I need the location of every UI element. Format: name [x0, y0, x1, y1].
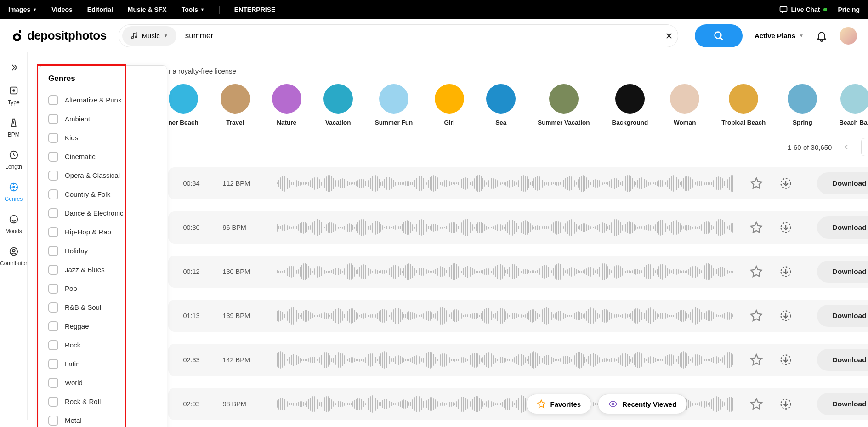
favorite-button[interactable]	[750, 353, 763, 366]
genre-option[interactable]: Reggae	[48, 317, 158, 336]
genre-option[interactable]: R&B & Soul	[48, 298, 158, 317]
brand-logo[interactable]: depositphotos	[11, 28, 107, 43]
nav-images[interactable]: Images▼	[8, 6, 37, 13]
download-icon-button[interactable]	[779, 265, 792, 278]
nav-enterprise[interactable]: ENTERPRISE	[234, 6, 275, 13]
download-track-button[interactable]: Download Track	[817, 393, 868, 415]
favorite-button[interactable]	[750, 309, 763, 322]
search-clear-button[interactable]	[660, 27, 678, 45]
genre-option[interactable]: Country & Folk	[48, 185, 158, 204]
sidebar-item-moods[interactable]: Moods	[6, 213, 22, 234]
sidebar-item-length[interactable]: Length	[5, 149, 22, 170]
genre-option[interactable]: Opera & Classical	[48, 166, 158, 185]
pager-prev-button[interactable]	[839, 140, 854, 154]
favorites-button[interactable]: Favorites	[526, 394, 592, 414]
genre-option[interactable]: Pop	[48, 279, 158, 298]
related-chip[interactable]: ner Beach	[168, 84, 198, 126]
download-icon-button[interactable]	[779, 221, 792, 234]
related-chip[interactable]: Beach Bac	[839, 84, 868, 126]
download-track-button[interactable]: Download Track	[817, 305, 868, 327]
search-button[interactable]	[695, 24, 743, 47]
svg-point-14	[12, 249, 15, 252]
genre-option[interactable]: Ambient	[48, 109, 158, 128]
genre-option[interactable]: Hip-Hop & Rap	[48, 222, 158, 241]
track-waveform[interactable]	[277, 218, 733, 237]
related-chip[interactable]: Spring	[788, 84, 817, 126]
track-waveform[interactable]	[277, 262, 733, 281]
nav-tools[interactable]: Tools▼	[182, 6, 204, 13]
download-icon-button[interactable]	[779, 309, 792, 322]
track-waveform[interactable]	[277, 174, 733, 193]
genre-option[interactable]: Rock	[48, 336, 158, 354]
checkbox-icon	[48, 227, 58, 237]
download-icon-button[interactable]	[779, 177, 792, 190]
nav-videos[interactable]: Videos	[51, 6, 73, 13]
favorite-button[interactable]	[750, 265, 763, 278]
checkbox-icon	[48, 378, 58, 388]
track-waveform[interactable]	[277, 350, 733, 370]
eye-icon	[608, 399, 618, 409]
favorite-button[interactable]	[750, 398, 763, 410]
genre-label: R&B & Soul	[65, 303, 101, 311]
caret-down-icon: ▼	[33, 7, 37, 12]
related-chip[interactable]: Summer Fun	[375, 84, 413, 126]
svg-point-22	[612, 403, 614, 405]
download-icon-button[interactable]	[779, 398, 792, 410]
download-icon	[779, 398, 792, 410]
related-chip[interactable]: Summer Vacation	[538, 84, 590, 126]
track-waveform[interactable]	[277, 306, 733, 325]
svg-point-2	[15, 35, 19, 39]
chip-thumb	[435, 84, 464, 114]
search-category-dropdown[interactable]: Music ▼	[122, 26, 176, 46]
genre-label: Cinematic	[65, 153, 96, 160]
favorite-button[interactable]	[750, 177, 763, 190]
user-avatar[interactable]	[840, 27, 857, 45]
genre-option[interactable]: Cinematic	[48, 147, 158, 166]
type-icon	[8, 85, 20, 97]
related-chip[interactable]: Girl	[435, 84, 464, 126]
download-track-button[interactable]: Download Track	[817, 172, 868, 194]
related-chip[interactable]: Sea	[486, 84, 516, 126]
favorite-button[interactable]	[750, 221, 763, 234]
genre-option[interactable]: Holiday	[48, 241, 158, 260]
related-chip[interactable]: Background	[612, 84, 648, 126]
active-plans-dropdown[interactable]: Active Plans ▼	[755, 32, 804, 40]
download-track-button[interactable]: Download Track	[817, 261, 868, 283]
sidebar-item-contributor[interactable]: Contributor	[0, 245, 27, 267]
nav-music-sfx[interactable]: Music & SFX	[128, 6, 167, 13]
genre-option[interactable]: Kids	[48, 128, 158, 147]
download-track-button[interactable]: Download Track	[817, 216, 868, 239]
genre-option[interactable]: Alternative & Punk	[48, 91, 158, 109]
sidebar-expand[interactable]	[8, 62, 20, 74]
track-bpm: 142 BPM	[222, 356, 260, 364]
genre-option[interactable]: Jazz & Blues	[48, 260, 158, 279]
chip-label: ner Beach	[168, 119, 198, 126]
track-bpm: 112 BPM	[222, 180, 260, 187]
related-chip[interactable]: Vacation	[323, 84, 353, 126]
notifications-button[interactable]	[816, 30, 828, 42]
genre-option[interactable]: Dance & Electronic	[48, 204, 158, 222]
genre-option[interactable]: Metal	[48, 411, 158, 420]
genre-option[interactable]: Latin	[48, 354, 158, 373]
download-icon-button[interactable]	[779, 353, 792, 366]
recently-viewed-button[interactable]: Recently Viewed	[598, 394, 687, 414]
sidebar-item-bpm[interactable]: BPM	[8, 117, 20, 138]
genre-option[interactable]: Rock & Roll	[48, 392, 158, 411]
genre-option[interactable]: World	[48, 373, 158, 392]
related-chip[interactable]: Travel	[221, 84, 250, 126]
related-chip[interactable]: Woman	[670, 84, 699, 126]
chip-thumb	[729, 84, 758, 114]
download-icon	[779, 221, 792, 234]
nav-pricing[interactable]: Pricing	[838, 6, 860, 13]
checkbox-icon	[48, 340, 58, 350]
nav-editorial[interactable]: Editorial	[87, 6, 113, 13]
track-duration: 00:30	[183, 224, 206, 231]
sidebar-item-type[interactable]: Type	[8, 85, 20, 106]
search-input[interactable]	[179, 25, 660, 47]
related-chip[interactable]: Tropical Beach	[721, 84, 766, 126]
sidebar-item-genres[interactable]: Genres	[5, 181, 23, 202]
download-track-button[interactable]: Download Track	[817, 349, 868, 371]
related-chip[interactable]: Nature	[272, 84, 301, 126]
pager-page-input[interactable]	[861, 138, 868, 156]
live-chat-button[interactable]: Live Chat	[779, 5, 827, 14]
